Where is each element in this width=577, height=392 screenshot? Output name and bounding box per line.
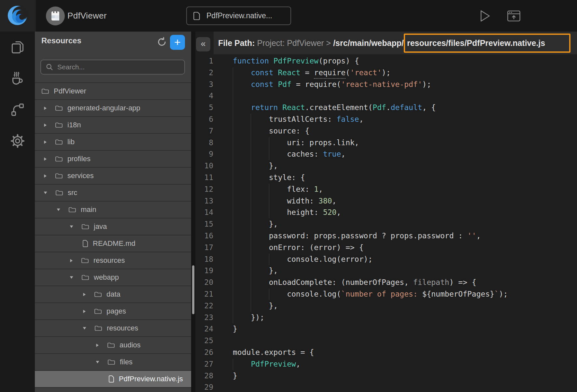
code-token: ${numberOfPages} [422,288,495,300]
chevron-right-icon [43,174,47,178]
refresh-button[interactable] [157,37,167,49]
code-line: 27PdfPreview, [195,358,577,370]
code-token: false [336,114,359,125]
code-line: 2const React = require('react'); [195,67,577,79]
code-line: 20onLoadComplete: (numberOfPages, filepa… [195,277,577,288]
collapse-panel-button[interactable]: « [196,37,210,51]
code-text: password: props.password ? props.passwor… [233,230,481,242]
code-line: 7source: { [195,125,577,137]
code-text: style: { [233,172,305,184]
line-number: 8 [195,137,213,149]
code-token: 'react' [350,67,382,79]
file-tab[interactable]: PdfPreview.native... [186,7,291,25]
indent-guide [233,67,251,79]
folder-icon [81,274,89,281]
line-number: 25 [195,335,213,347]
workflow-rail-button[interactable] [0,94,35,125]
tree-item-src[interactable]: src [35,185,191,202]
tree-item-data[interactable]: data [35,286,191,303]
line-number: 2 [195,67,213,79]
plus-icon: + [174,36,181,48]
line-number: 27 [195,358,213,370]
code-token: } [233,370,237,382]
indent-guide [251,172,269,184]
folder-icon [68,206,76,213]
indent-guide [269,137,287,149]
code-text: caches: true, [233,148,345,160]
tree-item-label: webapp [94,273,119,282]
tree-scrollbar[interactable] [192,265,194,314]
tree-item-partial[interactable] [35,388,191,392]
folder-icon [55,173,63,179]
code-token: = [301,67,314,79]
chevron-down-icon [82,326,87,330]
tree-item-generated-angular-app[interactable]: generated-angular-app [35,100,191,117]
tree-item-pdfpreview-native-js[interactable]: PdfPreview.native.js [35,371,191,388]
workflow-icon [10,103,25,117]
left-icon-rail [0,32,35,392]
line-number: 15 [195,218,213,230]
tree-item-pdfviewer[interactable]: PdfViewer [35,83,191,100]
documents-rail-button[interactable] [0,32,35,63]
tree-item-services[interactable]: services [35,168,191,185]
add-resource-button[interactable]: + [170,35,185,50]
tree-item-java[interactable]: java [35,218,191,235]
folder-icon [41,88,49,94]
settings-rail-button[interactable] [0,125,35,157]
tree-item-webapp[interactable]: webapp [35,269,191,286]
line-number: 29 [195,382,213,392]
code-token: 380 [318,195,332,207]
code-text: trustAllCerts: false, [233,114,364,125]
file-path-highlight: resources/files/PdfPreview.native.js [404,34,570,53]
tree-item-label: data [106,290,120,299]
line-number: 3 [195,79,213,91]
code-token: default [391,102,422,114]
indent-guide [233,90,251,102]
line-number: 11 [195,172,213,184]
indent-guide [233,195,251,207]
code-token: trustAllCerts: [269,114,337,125]
tree-item-label: PdfViewer [54,87,86,95]
tree-item-pages[interactable]: pages [35,303,191,320]
app-logo[interactable] [0,0,36,32]
folder-icon [94,308,102,315]
code-line: 5return React.createElement(Pdf.default,… [195,102,577,114]
indent-guide [233,79,251,91]
code-area[interactable]: 1function PdfPreview(props) {2const Reac… [195,55,577,392]
tree-item-label: resources [93,256,125,265]
code-token: React [282,102,305,114]
run-button[interactable] [479,9,491,24]
code-line: 23}); [195,312,577,324]
search-input[interactable] [57,63,175,71]
code-token: module.exports = { [233,347,314,358]
folder-icon [94,291,102,298]
code-text: }, [233,300,278,312]
code-token: , [359,114,364,125]
code-text: height: 520, [233,207,341,218]
tree-item-profiles[interactable]: profiles [35,151,191,168]
code-token: ); [422,79,431,91]
tree-item-lib[interactable]: lib [35,134,191,151]
line-number: 10 [195,160,213,172]
tree-item-resources[interactable]: resources [35,252,191,269]
tree-item-resources[interactable]: resources [35,320,191,337]
search-box[interactable] [40,60,185,75]
panel-title: Resources [41,36,81,45]
app-title: PdfViewer [67,0,107,32]
indent-guide [251,195,269,207]
indent-guide [233,114,251,125]
top-bar: PdfViewer PdfPreview.native... [0,0,577,32]
play-icon [479,9,491,23]
app-icon [46,6,65,27]
line-number: 4 [195,90,213,102]
code-token: onError: (error) => { [269,242,364,254]
tree-item-files[interactable]: files [35,354,191,371]
coffee-rail-button[interactable] [0,63,35,94]
code-editor: « File Path: Project: PdfViewer > /src/m… [195,32,577,392]
open-in-window-button[interactable] [507,9,521,24]
folder-icon [94,325,102,331]
tree-item-main[interactable]: main [35,202,191,218]
tree-item-audios[interactable]: audios [35,337,191,354]
tree-item-i18n[interactable]: i18n [35,117,191,134]
tree-item-readme-md[interactable]: README.md [35,235,191,252]
